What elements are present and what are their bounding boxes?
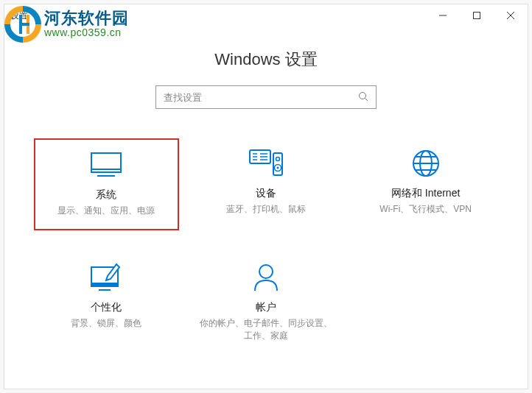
network-icon bbox=[411, 147, 441, 180]
tile-title: 系统 bbox=[96, 188, 116, 202]
settings-window: 河东软件园 www.pc0359.cn 设置 Windows 设置 bbox=[4, 4, 528, 389]
tile-title: 网络和 Internet bbox=[391, 187, 460, 200]
svg-point-31 bbox=[259, 265, 273, 278]
svg-point-22 bbox=[276, 167, 279, 169]
tile-desc: 背景、锁屏、颜色 bbox=[71, 317, 141, 330]
maximize-button[interactable] bbox=[460, 4, 494, 26]
tile-desc: 你的帐户、电子邮件、同步设置、工作、家庭 bbox=[200, 317, 333, 342]
watermark-name: 河东软件园 bbox=[44, 10, 129, 27]
watermark: 河东软件园 www.pc0359.cn bbox=[4, 6, 129, 43]
watermark-logo bbox=[4, 6, 41, 43]
close-button[interactable] bbox=[494, 4, 528, 26]
tile-system[interactable]: 系统 显示、通知、应用、电源 bbox=[34, 138, 179, 230]
tile-desc: 显示、通知、应用、电源 bbox=[57, 205, 155, 217]
tile-personalization[interactable]: 个性化 背景、锁屏、颜色 bbox=[34, 252, 179, 354]
tile-devices[interactable]: 设备 蓝牙、打印机、鼠标 bbox=[194, 138, 339, 230]
devices-icon bbox=[248, 147, 284, 180]
tile-desc: 蓝牙、打印机、鼠标 bbox=[226, 203, 306, 216]
tile-network[interactable]: 网络和 Internet Wi-Fi、飞行模式、VPN bbox=[353, 138, 498, 230]
search-icon bbox=[358, 91, 368, 104]
tile-desc: Wi-Fi、飞行模式、VPN bbox=[379, 203, 472, 216]
svg-rect-2 bbox=[19, 23, 29, 26]
search-input[interactable] bbox=[164, 92, 358, 103]
tile-accounts[interactable]: 帐户 你的帐户、电子邮件、同步设置、工作、家庭 bbox=[194, 252, 339, 354]
watermark-url: www.pc0359.cn bbox=[44, 27, 129, 38]
svg-line-8 bbox=[365, 98, 368, 101]
tile-title: 设备 bbox=[256, 187, 276, 200]
search-box[interactable] bbox=[155, 85, 377, 109]
svg-point-7 bbox=[360, 92, 366, 99]
accounts-icon bbox=[253, 261, 279, 294]
svg-rect-4 bbox=[474, 13, 480, 19]
system-icon bbox=[90, 149, 122, 181]
watermark-text: 河东软件园 www.pc0359.cn bbox=[44, 10, 129, 39]
tile-title: 帐户 bbox=[256, 301, 276, 314]
settings-tiles: 系统 显示、通知、应用、电源 设备 bbox=[4, 138, 528, 353]
svg-point-20 bbox=[276, 157, 279, 161]
titlebar-controls bbox=[426, 4, 528, 26]
page-title: Windows 设置 bbox=[4, 49, 528, 71]
personalization-icon bbox=[90, 261, 122, 294]
svg-rect-29 bbox=[91, 283, 118, 286]
tile-title: 个性化 bbox=[91, 301, 122, 314]
minimize-button[interactable] bbox=[426, 4, 460, 26]
